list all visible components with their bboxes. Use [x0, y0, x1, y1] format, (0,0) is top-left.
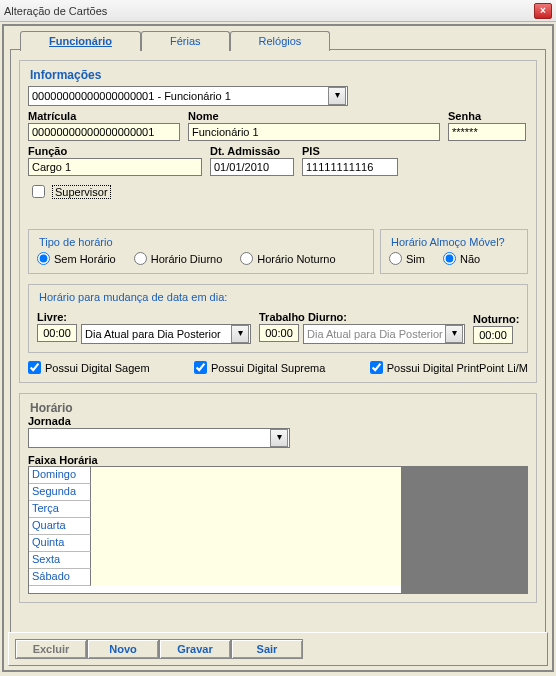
tab-relogios[interactable]: Relógios — [230, 31, 331, 51]
day-cell: Terça — [29, 501, 91, 518]
window-title: Alteração de Cartões — [4, 5, 107, 17]
radio-almoco-nao[interactable]: Não — [443, 252, 480, 265]
funcao-label: Função — [28, 145, 202, 157]
footer-buttons: Excluir Novo Gravar Sair — [8, 632, 548, 666]
value-cell[interactable] — [91, 484, 401, 501]
value-cell[interactable] — [91, 535, 401, 552]
tab-bar: Funcionário Férias Relógios — [10, 30, 546, 50]
check-digital-suprema[interactable]: Possui Digital Suprema — [194, 361, 325, 374]
novo-button[interactable]: Novo — [87, 639, 159, 659]
titlebar: Alteração de Cartões × — [0, 0, 556, 22]
table-row[interactable]: Sexta — [29, 552, 401, 569]
faixa-horaria-table[interactable]: Domingo Segunda Terça Quarta Quinta Sext… — [28, 466, 528, 594]
noturno-label: Noturno: — [473, 313, 519, 325]
check-digital-printpoint[interactable]: Possui Digital PrintPoint Li/M — [370, 361, 528, 374]
table-row[interactable]: Terça — [29, 501, 401, 518]
horario-legend: Horário — [28, 401, 75, 415]
radio-sem-horario[interactable]: Sem Horário — [37, 252, 116, 265]
tab-funcionario[interactable]: Funcionário — [20, 31, 141, 51]
pis-label: PIS — [302, 145, 402, 157]
mudanca-legend: Horário para mudança de data em dia: — [37, 291, 229, 303]
table-content: Domingo Segunda Terça Quarta Quinta Sext… — [29, 467, 401, 593]
value-cell[interactable] — [91, 467, 401, 484]
close-button[interactable]: × — [534, 3, 552, 19]
day-cell: Segunda — [29, 484, 91, 501]
faixa-horaria-label: Faixa Horária — [28, 454, 98, 466]
value-cell[interactable] — [91, 552, 401, 569]
day-cell: Quinta — [29, 535, 91, 552]
funcionario-select[interactable] — [28, 86, 348, 106]
tab-label: Relógios — [259, 35, 302, 47]
admissao-input[interactable] — [210, 158, 294, 176]
pis-input[interactable] — [302, 158, 398, 176]
trabalho-diurno-label: Trabalho Diurno: — [259, 311, 465, 323]
matricula-label: Matrícula — [28, 110, 180, 122]
sair-button[interactable]: Sair — [231, 639, 303, 659]
day-cell: Sábado — [29, 569, 91, 586]
value-cell[interactable] — [91, 501, 401, 518]
excluir-button[interactable]: Excluir — [15, 639, 87, 659]
value-cell[interactable] — [91, 518, 401, 535]
jornada-select[interactable] — [28, 428, 290, 448]
nome-input[interactable] — [188, 123, 440, 141]
supervisor-checkbox-row: Supervisor — [28, 182, 528, 201]
senha-label: Senha — [448, 110, 528, 122]
horario-group: Horário Jornada Faixa Horária Domingo Se… — [19, 393, 537, 603]
tab-label: Funcionário — [49, 35, 112, 47]
value-cell[interactable] — [91, 569, 401, 586]
livre-select[interactable] — [81, 324, 251, 344]
day-cell: Domingo — [29, 467, 91, 484]
table-row[interactable]: Segunda — [29, 484, 401, 501]
day-cell: Sexta — [29, 552, 91, 569]
matricula-input[interactable] — [28, 123, 180, 141]
noturno-time-input[interactable] — [473, 326, 513, 344]
almoco-movel-group: Horário Almoço Móvel? Sim Não — [380, 229, 528, 274]
informacoes-group: Informações Matrícula Nome Senha — [19, 60, 537, 383]
tipo-horario-group: Tipo de horário Sem Horário Horário Diur… — [28, 229, 374, 274]
tab-label: Férias — [170, 35, 201, 47]
radio-horario-diurno[interactable]: Horário Diurno — [134, 252, 223, 265]
table-row[interactable]: Quinta — [29, 535, 401, 552]
trabalho-diurno-select — [303, 324, 465, 344]
senha-input[interactable] — [448, 123, 526, 141]
supervisor-checkbox[interactable] — [32, 185, 45, 198]
trabalho-diurno-time-input[interactable] — [259, 324, 299, 342]
nome-label: Nome — [188, 110, 440, 122]
table-row[interactable]: Quarta — [29, 518, 401, 535]
admissao-label: Dt. Admissão — [210, 145, 294, 157]
informacoes-legend: Informações — [28, 68, 103, 82]
digital-checks-row: Possui Digital Sagem Possui Digital Supr… — [28, 361, 528, 374]
main-panel: Informações Matrícula Nome Senha — [10, 49, 546, 641]
jornada-label: Jornada — [28, 415, 528, 427]
livre-time-input[interactable] — [37, 324, 77, 342]
check-digital-sagem[interactable]: Possui Digital Sagem — [28, 361, 150, 374]
livre-label: Livre: — [37, 311, 251, 323]
tipo-horario-legend: Tipo de horário — [37, 236, 115, 248]
radio-horario-noturno[interactable]: Horário Noturno — [240, 252, 335, 265]
radio-almoco-sim[interactable]: Sim — [389, 252, 425, 265]
table-row[interactable]: Sábado — [29, 569, 401, 586]
outer-panel: Funcionário Férias Relógios Informações … — [2, 24, 554, 672]
tab-ferias[interactable]: Férias — [141, 31, 230, 51]
table-empty-area — [401, 467, 527, 593]
funcao-input[interactable] — [28, 158, 202, 176]
table-row[interactable]: Domingo — [29, 467, 401, 484]
mudanca-data-group: Horário para mudança de data em dia: Liv… — [28, 284, 528, 353]
almoco-legend: Horário Almoço Móvel? — [389, 236, 507, 248]
close-icon: × — [540, 5, 546, 16]
gravar-button[interactable]: Gravar — [159, 639, 231, 659]
supervisor-label: Supervisor — [52, 185, 111, 199]
day-cell: Quarta — [29, 518, 91, 535]
